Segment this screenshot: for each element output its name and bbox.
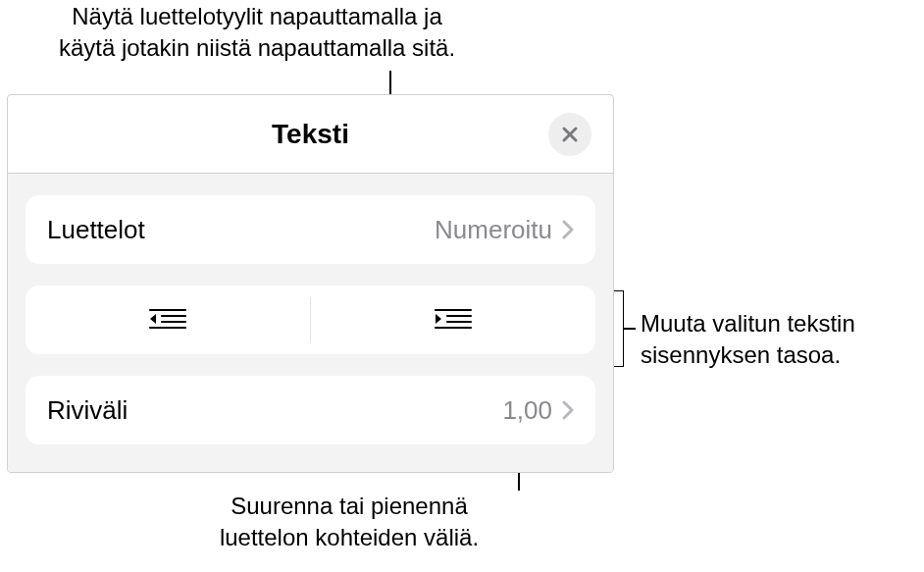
callout-connector-right [624, 328, 636, 330]
panel-body: Luettelot Numeroitu [8, 174, 613, 472]
annotation-bottom: Suurenna tai pienennä luettelon kohteide… [182, 491, 516, 554]
outdent-button[interactable] [26, 286, 310, 354]
panel-title: Teksti [272, 119, 349, 150]
linespacing-label: Riviväli [47, 395, 128, 426]
lists-value: Numeroitu [435, 215, 552, 245]
indent-button[interactable] [311, 286, 595, 354]
linespacing-value: 1,00 [502, 395, 552, 426]
text-inspector-panel: Teksti Luettelot Numeroitu [7, 94, 614, 473]
linespacing-row[interactable]: Riviväli 1,00 [26, 376, 595, 444]
outdent-icon [148, 306, 187, 334]
close-icon [560, 125, 580, 144]
panel-header: Teksti [8, 95, 613, 174]
chevron-right-icon [562, 400, 574, 420]
indent-segmented-control [26, 286, 595, 354]
lists-label: Luettelot [47, 215, 145, 245]
indent-icon [434, 306, 473, 334]
close-button[interactable] [548, 113, 591, 156]
lists-right-group: Numeroitu [435, 215, 574, 245]
linespacing-right-group: 1,00 [502, 395, 574, 426]
annotation-top: Näytä luettelotyylit napauttamalla ja kä… [0, 1, 514, 65]
chevron-right-icon [562, 220, 574, 239]
annotation-right: Muuta valitun tekstin sisennyksen tasoa. [641, 308, 920, 372]
lists-row[interactable]: Luettelot Numeroitu [26, 195, 595, 264]
